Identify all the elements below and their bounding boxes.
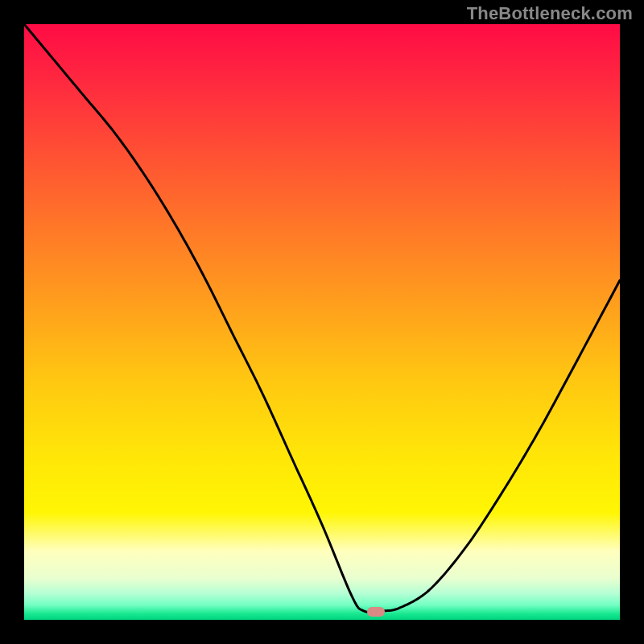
optimum-marker xyxy=(367,607,385,617)
chart-frame: TheBottleneck.com xyxy=(0,0,644,644)
background-gradient xyxy=(24,24,620,620)
watermark-text: TheBottleneck.com xyxy=(467,3,633,24)
plot-area xyxy=(24,24,620,620)
svg-rect-0 xyxy=(24,24,620,620)
